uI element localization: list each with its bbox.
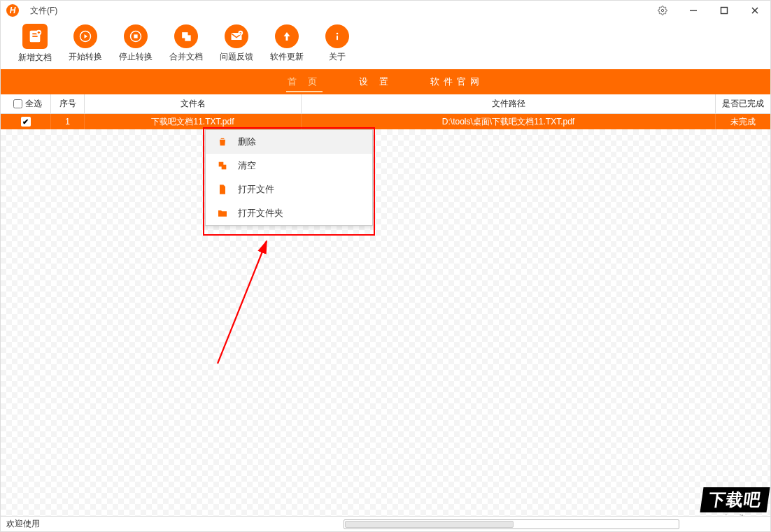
context-open-folder[interactable]: 打开文件夹 <box>206 201 372 225</box>
trash-icon <box>217 136 228 148</box>
th-num: 序号 <box>51 94 85 113</box>
th-select-all[interactable]: 全选 <box>1 94 51 113</box>
row-num: 1 <box>51 114 85 129</box>
svg-rect-24 <box>222 165 227 170</box>
toolbar-label: 开始转换 <box>69 51 102 63</box>
status-scrollbar[interactable] <box>344 519 679 529</box>
merge-doc-button[interactable]: 合并文档 <box>169 24 204 63</box>
file-icon <box>217 184 228 195</box>
svg-rect-2 <box>721 8 728 14</box>
svg-line-26 <box>218 241 267 364</box>
toolbar-label: 问题反馈 <box>220 51 253 63</box>
svg-marker-20 <box>284 32 290 41</box>
app-logo: H <box>6 4 19 17</box>
svg-rect-14 <box>134 34 137 38</box>
window-controls <box>647 1 770 20</box>
row-checkbox[interactable]: ✔ <box>21 117 31 127</box>
toolbar-label: 关于 <box>329 51 346 63</box>
clear-icon <box>217 160 228 171</box>
start-convert-button[interactable]: 开始转换 <box>68 24 103 63</box>
toolbar-label: 软件更新 <box>270 51 304 63</box>
select-all-label: 全选 <box>25 98 42 110</box>
context-clear[interactable]: 清空 <box>206 154 372 178</box>
svg-text:?: ? <box>239 31 241 35</box>
folder-icon <box>217 208 228 219</box>
merge-icon <box>174 24 198 48</box>
mail-icon: ? <box>225 24 248 48</box>
toolbar-label: 停止转换 <box>119 51 153 63</box>
svg-rect-16 <box>185 35 190 41</box>
content-area: 删除 清空 打开文件 打开文件夹 <box>1 129 770 516</box>
stop-convert-button[interactable]: 停止转换 <box>118 24 153 63</box>
watermark-text: 下载吧 <box>700 487 770 512</box>
annotation-arrow <box>211 231 295 371</box>
row-name: 下载吧文档11.TXT.pdf <box>85 114 302 129</box>
about-button[interactable]: 关于 <box>320 24 355 63</box>
svg-point-0 <box>661 9 664 12</box>
th-name: 文件名 <box>85 94 302 113</box>
maximize-icon[interactable] <box>709 1 740 20</box>
minimize-icon[interactable] <box>678 1 709 20</box>
feedback-button[interactable]: ? 问题反馈 <box>219 24 254 63</box>
row-checkbox-cell[interactable]: ✔ <box>1 114 51 129</box>
settings-icon[interactable] <box>647 1 678 20</box>
context-delete[interactable]: 删除 <box>206 130 372 154</box>
toolbar-label: 合并文档 <box>169 51 203 63</box>
context-item-label: 打开文件 <box>238 183 274 196</box>
toolbar: 新增文档 开始转换 停止转换 合并文档 ? 问题反馈 软件更新 关于 <box>1 20 770 69</box>
svg-point-21 <box>337 32 339 34</box>
context-item-label: 打开文件夹 <box>238 207 283 220</box>
svg-marker-12 <box>85 34 88 38</box>
th-path: 文件路径 <box>302 94 716 113</box>
table-header: 全选 序号 文件名 文件路径 是否已完成 <box>1 94 770 114</box>
update-icon <box>275 24 299 48</box>
play-icon <box>73 24 97 48</box>
row-done: 未完成 <box>716 114 770 129</box>
th-done: 是否已完成 <box>716 94 770 113</box>
toolbar-label: 新增文档 <box>18 52 52 64</box>
tab-website[interactable]: 软件官网 <box>429 71 485 92</box>
menu-file[interactable]: 文件(F) <box>30 5 57 17</box>
tab-settings[interactable]: 设 置 <box>358 71 394 92</box>
row-path: D:\tools\桌面\下载吧文档11.TXT.pdf <box>302 114 716 129</box>
stop-icon <box>124 24 148 48</box>
context-item-label: 清空 <box>238 159 256 172</box>
new-doc-icon <box>22 24 48 49</box>
new-doc-button[interactable]: 新增文档 <box>17 24 52 64</box>
titlebar: H 文件(F) <box>1 1 770 20</box>
table-row[interactable]: ✔ 1 下载吧文档11.TXT.pdf D:\tools\桌面\下载吧文档11.… <box>1 114 770 129</box>
context-open-file[interactable]: 打开文件 <box>206 178 372 201</box>
context-item-label: 删除 <box>238 136 256 148</box>
close-icon[interactable] <box>740 1 770 20</box>
status-bar: 欢迎使用 <box>1 516 770 531</box>
select-all-checkbox[interactable] <box>13 99 22 108</box>
tab-home[interactable]: 首 页 <box>286 71 323 92</box>
context-menu: 删除 清空 打开文件 打开文件夹 <box>205 129 373 226</box>
status-welcome: 欢迎使用 <box>1 518 45 530</box>
svg-rect-22 <box>337 35 338 40</box>
info-icon <box>325 24 349 48</box>
tabs-bar: 首 页 设 置 软件官网 <box>1 69 770 94</box>
update-button[interactable]: 软件更新 <box>269 24 304 63</box>
